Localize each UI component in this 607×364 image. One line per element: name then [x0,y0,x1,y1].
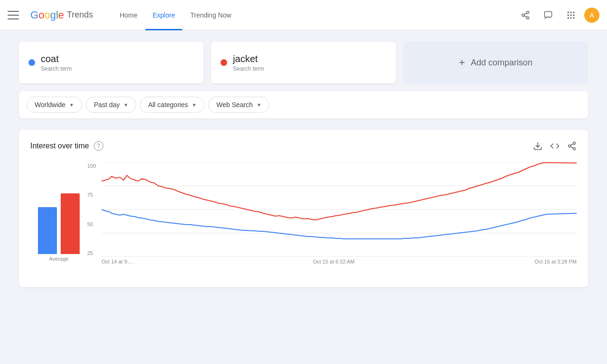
trends-wordmark: Trends [67,10,93,20]
x-label-end: Oct 15 at 3:28 PM [534,259,577,264]
header: Google Trends Home Explore Trending Now [0,0,607,30]
svg-line-20 [570,144,573,145]
svg-point-6 [568,11,569,13]
svg-point-13 [570,17,571,18]
svg-point-2 [527,17,529,19]
chart-legend: Average [30,162,87,276]
category-dropdown-icon: ▼ [192,102,196,108]
coat-dot [28,59,35,66]
chart-svg [101,162,577,257]
average-bar-jacket [61,193,80,254]
jacket-info: jacket Search term [233,54,264,72]
filter-location[interactable]: Worldwide ▼ [27,97,82,113]
x-label-start: Oct 14 at 9:... [101,259,133,264]
y-label-75: 75 [87,192,101,198]
chart-actions [533,141,577,151]
svg-point-9 [568,14,569,16]
jacket-dot [221,59,227,66]
share-chart-icon[interactable] [567,141,577,151]
nav-trending-now[interactable]: Trending Now [183,0,239,30]
chart-main-area: 100 75 50 25 [87,162,577,276]
coat-info: coat Search term [41,54,72,72]
add-comparison-card[interactable]: + Add comparison [404,42,588,83]
y-label-50: 50 [87,221,101,227]
average-bars [30,178,87,254]
search-terms-row: coat Search term jacket Search term + Ad… [19,42,588,83]
nav-explore[interactable]: Explore [145,0,183,30]
svg-point-0 [527,11,529,13]
share-button[interactable] [516,6,535,25]
google-trends-logo[interactable]: Google Trends [30,9,93,21]
main-nav: Home Explore Trending Now [112,0,239,30]
filter-time[interactable]: Past day ▼ [86,97,136,113]
svg-point-8 [573,11,574,13]
svg-point-7 [570,11,571,13]
google-wordmark: Google [30,9,64,21]
svg-point-17 [569,145,571,147]
search-term-jacket-card: jacket Search term [211,42,395,83]
svg-point-12 [568,17,569,18]
coat-line [101,209,577,239]
svg-point-1 [522,14,524,16]
nav-home[interactable]: Home [112,0,145,30]
chart-title-row: Interest over time ? [30,141,103,151]
filter-time-label: Past day [94,101,120,109]
search-type-dropdown-icon: ▼ [257,102,261,108]
apps-button[interactable] [561,6,580,25]
search-term-coat-card: coat Search term [19,42,203,83]
svg-rect-5 [545,11,552,17]
coat-type: Search term [41,65,72,72]
embed-icon[interactable] [550,141,560,151]
location-dropdown-icon: ▼ [69,102,74,108]
chart-container: Average 100 75 50 25 [30,162,577,276]
chart-header: Interest over time ? [30,141,577,151]
x-axis-labels: Oct 14 at 9:... Oct 15 at 6:32 AM Oct 15… [101,259,577,264]
add-comparison-label: Add comparison [471,58,533,68]
filters-row: Worldwide ▼ Past day ▼ All categories ▼ … [19,91,588,118]
y-label-100: 100 [87,163,101,169]
download-icon[interactable] [533,141,543,151]
filter-search-type-label: Web Search [216,101,253,109]
filter-category-label: All categories [148,101,188,109]
plus-icon: + [459,56,465,69]
jacket-type: Search term [233,65,264,72]
jacket-line [101,163,577,220]
chart-section: Interest over time ? [19,130,588,287]
svg-line-19 [570,146,573,148]
jacket-term[interactable]: jacket [233,54,264,64]
header-actions: A [516,6,599,25]
svg-point-10 [570,14,571,16]
average-bar-coat [38,207,57,254]
main-content: coat Search term jacket Search term + Ad… [0,30,607,299]
x-label-mid: Oct 15 at 6:32 AM [313,259,355,264]
svg-point-11 [573,14,574,16]
filter-search-type[interactable]: Web Search ▼ [208,97,269,113]
coat-term[interactable]: coat [41,54,72,64]
svg-point-18 [573,147,576,150]
svg-line-3 [524,16,527,17]
chart-title: Interest over time [30,142,89,150]
feedback-button[interactable] [539,6,558,25]
time-dropdown-icon: ▼ [124,102,129,108]
filter-location-label: Worldwide [35,101,65,109]
filter-category[interactable]: All categories ▼ [140,97,204,113]
svg-point-16 [573,142,576,145]
help-icon[interactable]: ? [94,141,103,151]
menu-icon[interactable] [8,9,19,21]
average-label: Average [30,256,87,262]
svg-point-14 [573,17,574,18]
avatar[interactable]: A [584,8,599,23]
svg-line-4 [524,13,527,14]
y-label-25: 25 [87,250,101,256]
